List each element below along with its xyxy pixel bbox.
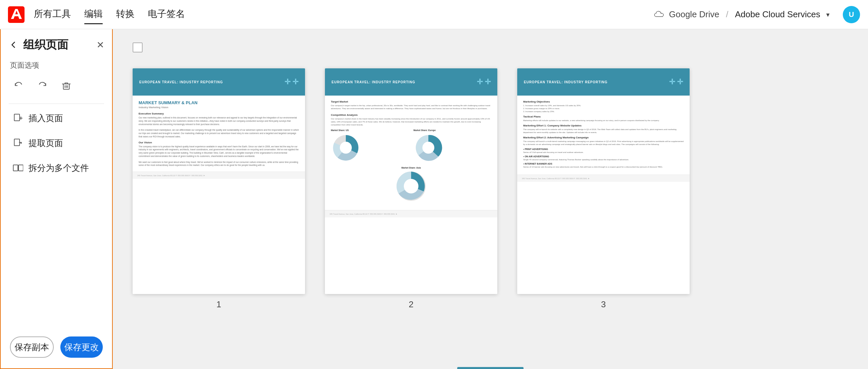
cloud-icon [654, 10, 665, 19]
svg-rect-5 [14, 114, 20, 121]
content-area: EUROPEAN TRAVEL: INDUSTRY REPORTING ✛ ✛ … [113, 29, 868, 369]
main-layout: 组织页面 ✕ 页面选项 [0, 29, 868, 369]
select-all-row [133, 42, 848, 52]
pages-row: EUROPEAN TRAVEL: INDUSTRY REPORTING ✛ ✛ … [133, 68, 848, 310]
path-separator: / [726, 9, 728, 20]
page-number-2: 2 [409, 299, 413, 310]
undo-button[interactable] [10, 77, 27, 94]
panel-menu-items: 插入页面 提取页面 拆分为多个文件 [1, 107, 112, 329]
page-item-1: EUROPEAN TRAVEL: INDUSTRY REPORTING ✛ ✛ … [133, 68, 305, 310]
split-files-item[interactable]: 拆分为多个文件 [9, 156, 104, 180]
scroll-indicator [457, 367, 524, 369]
panel-close-button[interactable]: ✕ [96, 39, 104, 51]
panel-title: 组织页面 [23, 37, 91, 52]
panel-header: 组织页面 ✕ [1, 29, 112, 58]
page-item-3: EUROPEAN TRAVEL: INDUSTRY REPORTING ✛ ✛ … [517, 68, 690, 310]
svg-point-15 [423, 142, 434, 154]
save-changes-button[interactable]: 保存更改 [60, 337, 103, 358]
page-actions-toolbar [1, 74, 112, 101]
top-nav: 所有工具 编辑 转换 电子签名 [34, 8, 654, 22]
cloud-service-chevron[interactable]: ▾ [826, 10, 830, 19]
save-copy-button[interactable]: 保存副本 [10, 337, 54, 358]
cloud-section: Google Drive / Adobe Cloud Services ▾ [654, 9, 830, 20]
page-options-label: 页面选项 [1, 58, 112, 74]
svg-point-17 [404, 179, 418, 194]
page-number-3: 3 [601, 299, 606, 310]
panel-divider [9, 104, 104, 104]
panel-footer: 保存副本 保存更改 [1, 329, 112, 368]
panel-back-button[interactable] [9, 40, 18, 50]
google-drive-label: Google Drive [669, 9, 719, 20]
select-all-checkbox[interactable] [133, 42, 143, 52]
page-number-1: 1 [217, 299, 221, 310]
nav-edit[interactable]: 编辑 [84, 8, 103, 22]
cloud-service-label: Adobe Cloud Services [735, 9, 820, 20]
page-thumbnail-2[interactable]: EUROPEAN TRAVEL: INDUSTRY REPORTING ✛ ✛ … [325, 68, 497, 294]
delete-button[interactable] [58, 77, 75, 94]
extract-page-item[interactable]: 提取页面 [9, 132, 104, 155]
redo-button[interactable] [34, 77, 51, 94]
thumb-header-1: EUROPEAN TRAVEL: INDUSTRY REPORTING ✛ ✛ [133, 68, 305, 95]
svg-point-13 [340, 142, 352, 154]
user-avatar[interactable]: U [843, 6, 860, 23]
svg-rect-8 [14, 139, 20, 146]
organize-pages-panel: 组织页面 ✕ 页面选项 [0, 29, 113, 369]
svg-rect-10 [19, 165, 23, 171]
thumb-header-2: EUROPEAN TRAVEL: INDUSTRY REPORTING ✛ ✛ [325, 68, 497, 95]
nav-convert[interactable]: 转换 [116, 8, 134, 22]
page-item-2: EUROPEAN TRAVEL: INDUSTRY REPORTING ✛ ✛ … [325, 68, 497, 310]
page-thumbnail-3[interactable]: EUROPEAN TRAVEL: INDUSTRY REPORTING ✛ ✛ … [517, 68, 690, 294]
nav-esign[interactable]: 电子签名 [148, 8, 185, 22]
page-thumbnail-1[interactable]: EUROPEAN TRAVEL: INDUSTRY REPORTING ✛ ✛ … [133, 68, 305, 294]
thumb-header-3: EUROPEAN TRAVEL: INDUSTRY REPORTING ✛ ✛ [517, 68, 690, 95]
nav-all-tools[interactable]: 所有工具 [34, 8, 71, 22]
insert-page-item[interactable]: 插入页面 [9, 107, 104, 130]
topbar: 所有工具 编辑 转换 电子签名 Google Drive / Adobe Clo… [0, 0, 868, 29]
adobe-logo[interactable] [8, 6, 25, 23]
svg-rect-9 [13, 165, 18, 171]
